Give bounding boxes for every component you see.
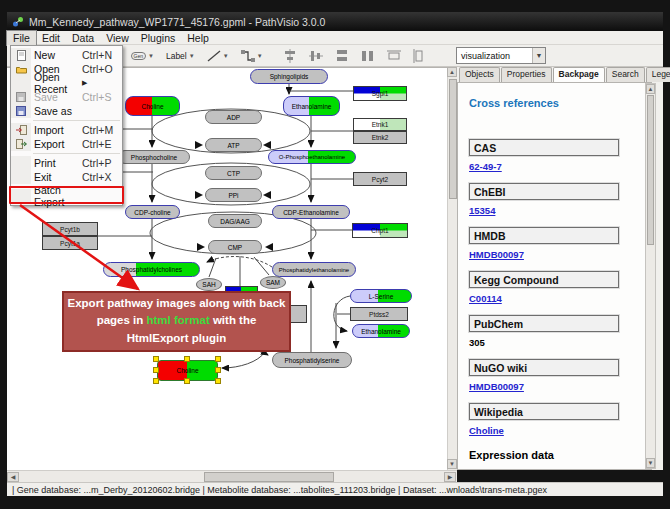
selection-handle[interactable] (215, 367, 221, 373)
tab-objects[interactable]: Objects (459, 67, 500, 82)
gene-box-ptdss2[interactable]: Ptdss2 (350, 307, 408, 321)
chevron-down-icon[interactable]: ▼ (223, 53, 229, 59)
node-l-serine[interactable]: L-Serine (350, 289, 412, 303)
save-icon (11, 90, 31, 104)
scrollbar-thumb[interactable] (204, 472, 334, 482)
crossreferences-heading: Cross references (469, 97, 651, 109)
selection-handle[interactable] (215, 356, 221, 362)
stack-vertical-icon (335, 49, 349, 63)
node-adp[interactable]: ADP (205, 110, 262, 124)
node-ethanolamine[interactable]: Ethanolamine (283, 96, 340, 116)
menu-item-export[interactable]: ExportCtrl+E (11, 137, 122, 151)
chevron-down-icon[interactable]: ▼ (189, 53, 195, 59)
chevron-down-icon[interactable]: ▼ (532, 48, 545, 63)
scroll-left-arrow[interactable]: ◀ (7, 472, 19, 482)
canvas-horizontal-scrollbar[interactable]: ◀ ▶ (7, 470, 457, 482)
selection-handle[interactable] (215, 378, 221, 384)
node-dag-aag[interactable]: DAG/AAG (208, 214, 262, 228)
menu-item-print[interactable]: PrintCtrl+P (11, 156, 122, 170)
scroll-down-arrow[interactable]: ▼ (646, 458, 655, 468)
align-middle-button[interactable] (306, 47, 326, 65)
canvas-vertical-scrollbar[interactable]: ▲ ▼ (447, 67, 457, 470)
selection-handle[interactable] (153, 367, 159, 373)
distribute-horizontal-icon (387, 50, 401, 62)
node-phosphatidylethanolamine[interactable]: Phosphatidylethanolamine (272, 262, 356, 277)
line-tool-button[interactable]: ▼ (204, 47, 232, 65)
crossref-header-pubchem: PubChem (469, 315, 619, 332)
visualization-combobox[interactable]: visualization▼ (456, 47, 546, 64)
selection-handle[interactable] (153, 356, 159, 362)
align-middle-icon (309, 49, 323, 63)
menu-item-open-recent[interactable]: Open Recent▶ (11, 76, 122, 90)
gene-box-etnk2[interactable]: Etnk2 (353, 131, 407, 144)
menu-help[interactable]: Help (181, 31, 215, 45)
distribute-vertical-button[interactable] (410, 47, 428, 65)
crossref-link-nugo[interactable]: HMDB00097 (469, 381, 651, 392)
selection-handle[interactable] (184, 378, 190, 384)
menu-plugins[interactable]: Plugins (135, 31, 181, 45)
gene-box-pcyt1b[interactable]: Pcyt1b (42, 222, 98, 236)
node-ethanolamine-bottom[interactable]: Ethanolamine (352, 324, 410, 338)
chevron-down-icon[interactable]: ▼ (148, 53, 154, 59)
menu-item-import[interactable]: ImportCtrl+M (11, 123, 122, 137)
gene-box-pcyt1a[interactable]: Pcyt1a (42, 236, 98, 250)
scroll-up-arrow[interactable]: ▲ (447, 67, 457, 77)
crossref-link-kegg[interactable]: C00114 (469, 293, 651, 304)
node-phosphocholine[interactable]: Phosphocholine (118, 150, 190, 164)
node-sah[interactable]: SAH (196, 278, 222, 291)
node-o-phosphoethanolamine[interactable]: O-Phosphoethanolamine (268, 150, 356, 164)
chevron-down-icon[interactable]: ▼ (257, 53, 263, 59)
stack-vertical-button[interactable] (332, 47, 352, 65)
scroll-right-arrow[interactable]: ▶ (444, 472, 456, 482)
gene-box-sgpl1[interactable]: Sgpl1 (353, 86, 407, 101)
node-cdp-choline[interactable]: CDP-choline (125, 205, 180, 219)
menu-file[interactable]: File (7, 31, 36, 45)
menu-view[interactable]: View (100, 31, 135, 45)
scroll-up-arrow[interactable]: ▲ (646, 84, 655, 94)
annotation-callout: Export pathway images along with back pa… (62, 291, 291, 352)
pathvisio-app-icon (12, 16, 24, 28)
status-bar: | Gene database: ...m_Derby_20120602.bri… (7, 482, 663, 496)
selection-handle[interactable] (153, 378, 159, 384)
node-sphingolipids[interactable]: Sphingolipids (250, 69, 328, 84)
menu-edit[interactable]: Edit (36, 31, 66, 45)
node-phosphatidylcholines[interactable]: Phosphatidylcholines (103, 262, 200, 277)
scrollbar-thumb[interactable] (647, 95, 654, 245)
node-atp[interactable]: ATP (205, 138, 262, 152)
crossref-header-nugo: NuGO wiki (469, 359, 619, 376)
crossref-link-chebi[interactable]: 15354 (469, 205, 651, 216)
tab-properties[interactable]: Properties (501, 67, 552, 82)
node-ppi[interactable]: PPi (205, 188, 262, 202)
node-choline[interactable]: Choline (125, 96, 180, 116)
node-phosphatidylserine[interactable]: Phosphatidylserine (272, 352, 352, 368)
tab-legend[interactable]: Legend (646, 67, 670, 82)
crossref-link-cas[interactable]: 62-49-7 (469, 161, 651, 172)
node-cdp-ethanolamine[interactable]: CDP-Ethanolamine (272, 205, 350, 219)
crossref-link-hmdb[interactable]: HMDB00097 (469, 249, 651, 260)
node-cmp[interactable]: CMP (208, 240, 262, 254)
open-folder-icon (11, 62, 31, 76)
gene-box-pcyt2[interactable]: Pcyt2 (353, 172, 407, 186)
scroll-down-arrow[interactable]: ▼ (447, 459, 457, 469)
tab-search[interactable]: Search (606, 67, 645, 82)
add-label-button[interactable]: Label▼ (163, 47, 198, 65)
menu-item-exit[interactable]: ExitCtrl+X (11, 170, 122, 184)
menu-item-new[interactable]: NewCtrl+N (11, 48, 122, 62)
node-sam[interactable]: SAM (260, 276, 286, 289)
add-datanode-button[interactable]: Gen▼ (128, 47, 157, 65)
scrollbar-thumb[interactable] (449, 79, 457, 199)
selection-handle[interactable] (184, 356, 190, 362)
gene-box-chpt1[interactable]: Chpt1 (352, 223, 408, 238)
menu-data[interactable]: Data (66, 31, 100, 45)
connector-tool-button[interactable]: ▼ (238, 47, 266, 65)
menu-item-save[interactable]: SaveCtrl+S (11, 90, 122, 104)
tab-backpage[interactable]: Backpage (553, 67, 605, 82)
distribute-horizontal-button[interactable] (384, 47, 404, 65)
crossref-link-wikipedia[interactable]: Choline (469, 425, 651, 436)
menu-item-save-as[interactable]: Save as (11, 104, 122, 118)
align-center-button[interactable] (280, 47, 300, 65)
gene-box-etnk1[interactable]: Etnk1 (353, 118, 407, 131)
stack-horizontal-button[interactable] (358, 47, 378, 65)
node-ctp[interactable]: CTP (205, 166, 262, 180)
panel-scrollbar[interactable]: ▲ ▼ (645, 83, 656, 469)
